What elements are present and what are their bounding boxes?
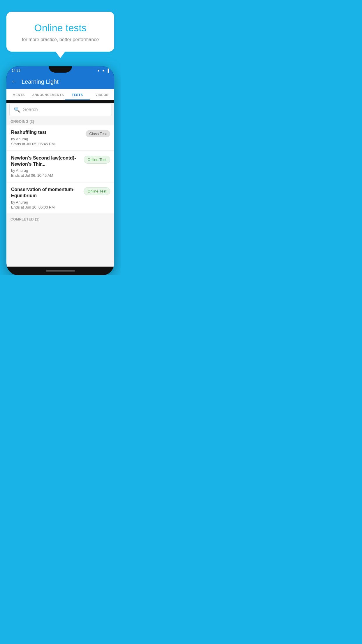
- test-item[interactable]: Newton's Second law(contd)-Newton's Thir…: [6, 151, 114, 182]
- bubble-title: Online tests: [15, 22, 106, 34]
- test-author: by Anurag: [11, 168, 81, 173]
- signal-icon: ◄: [102, 69, 105, 73]
- status-time: 14:29: [12, 69, 20, 73]
- promo-bubble: Online tests for more practice, better p…: [6, 12, 114, 52]
- search-icon: 🔍: [14, 106, 20, 113]
- test-badge-online-2: Online Test: [84, 187, 110, 195]
- test-info: Conservation of momentum-Equilibrium by …: [11, 187, 84, 209]
- test-badge-class: Class Test: [86, 130, 110, 137]
- home-indicator: [46, 270, 75, 272]
- test-item[interactable]: Conservation of momentum-Equilibrium by …: [6, 183, 114, 214]
- tab-ments[interactable]: MENTS: [6, 89, 31, 100]
- test-item[interactable]: Reshuffling test by Anurag Starts at Jul…: [6, 125, 114, 150]
- test-title: Reshuffling test: [11, 130, 83, 136]
- phone-notch: [49, 66, 72, 73]
- bubble-subtitle: for more practice, better performance: [15, 37, 106, 42]
- search-bar[interactable]: 🔍 Search: [9, 103, 111, 116]
- app-bar-title: Learning Light: [22, 78, 59, 85]
- test-time-value: Jul 05, 05:45 PM: [26, 142, 55, 146]
- tabs-bar: MENTS ANNOUNCEMENTS TESTS VIDEOS: [6, 89, 114, 100]
- test-time-value: Jul 06, 10:45 AM: [25, 173, 53, 178]
- test-author: by Anurag: [11, 137, 83, 141]
- wifi-icon: ▼: [97, 69, 100, 73]
- test-info: Reshuffling test by Anurag Starts at Jul…: [11, 130, 86, 146]
- tab-videos[interactable]: VIDEOS: [90, 89, 114, 100]
- battery-icon: ▐: [106, 69, 109, 73]
- tab-announcements[interactable]: ANNOUNCEMENTS: [31, 89, 65, 100]
- status-icons: ▼ ◄ ▐: [97, 69, 109, 73]
- tab-tests[interactable]: TESTS: [65, 89, 89, 100]
- test-time-label: Ends at: [11, 173, 24, 178]
- test-time: Starts at Jul 05, 05:45 PM: [11, 142, 83, 146]
- test-title: Newton's Second law(contd)-Newton's Thir…: [11, 155, 81, 167]
- test-author: by Anurag: [11, 200, 81, 204]
- test-time-label: Starts at: [11, 142, 25, 146]
- completed-header: COMPLETED (1): [6, 214, 114, 223]
- app-bar: ← Learning Light: [6, 74, 114, 89]
- test-title: Conservation of momentum-Equilibrium: [11, 187, 81, 199]
- test-time-value: Jun 10, 06:00 PM: [25, 205, 55, 209]
- phone-frame: 14:29 ▼ ◄ ▐ ← Learning Light MENTS ANNOU…: [6, 66, 114, 275]
- test-time: Ends at Jul 06, 10:45 AM: [11, 173, 81, 178]
- back-button[interactable]: ←: [11, 78, 17, 85]
- test-time-label: Ends at: [11, 205, 24, 209]
- phone-content: 🔍 Search ONGOING (3) Reshuffling test by…: [6, 103, 114, 267]
- test-time: Ends at Jun 10, 06:00 PM: [11, 205, 81, 209]
- phone-bottom: [6, 267, 114, 275]
- search-placeholder: Search: [23, 107, 38, 112]
- test-info: Newton's Second law(contd)-Newton's Thir…: [11, 155, 84, 178]
- ongoing-header: ONGOING (3): [6, 116, 114, 125]
- test-badge-online: Online Test: [84, 156, 110, 164]
